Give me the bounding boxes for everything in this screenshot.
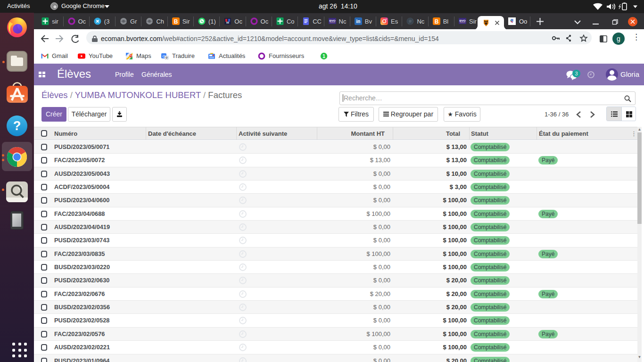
- svg-text:1: 1: [322, 54, 325, 59]
- svg-text:文: 文: [165, 56, 168, 59]
- svg-text:BVO: BVO: [329, 19, 335, 22]
- svg-text:B: B: [434, 18, 438, 25]
- svg-text:in: in: [356, 19, 360, 24]
- svg-text:B: B: [173, 18, 178, 25]
- svg-text:BVO: BVO: [459, 19, 465, 22]
